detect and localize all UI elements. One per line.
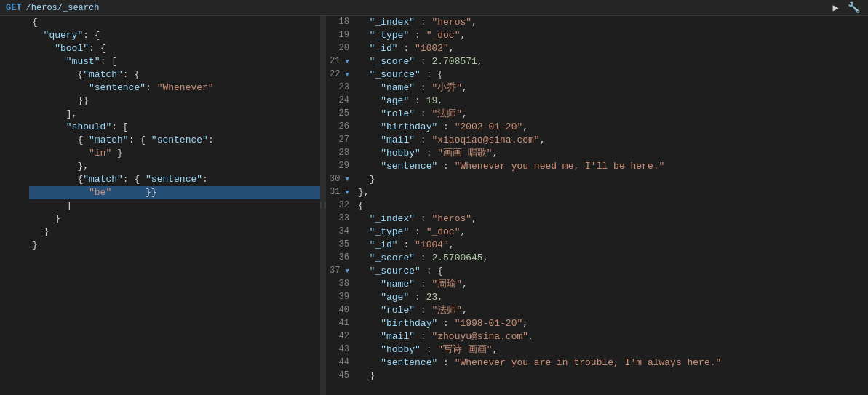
result-line: 45 } — [326, 370, 868, 383]
result-line: 37 ▼ "_source" : { — [326, 265, 868, 278]
result-line: 39 "age" : 23, — [326, 291, 868, 304]
code-line: ], — [0, 108, 320, 121]
result-line: 38 "name" : "周瑜", — [326, 278, 868, 291]
code-line: ] — [0, 199, 320, 212]
code-line: { "match": { "sentence": — [0, 134, 320, 147]
result-line: 44 "sentence" : "Whenever you are in tro… — [326, 356, 868, 370]
toolbar-icons: ▶ 🔧 — [831, 0, 862, 15]
results-panel[interactable]: 18 "_index" : "heros", 19 "_type" : "_do… — [326, 16, 868, 395]
result-line: 35 "_id" : "1004", — [326, 239, 868, 252]
code-line: {"match": { — [0, 68, 320, 81]
code-line: }, — [0, 160, 320, 173]
code-line: "be" }} — [0, 186, 320, 199]
tools-button[interactable]: 🔧 — [845, 0, 862, 15]
panel-divider[interactable]: || — [320, 16, 326, 395]
run-button[interactable]: ▶ — [831, 0, 841, 15]
result-line: 33 "_index" : "heros", — [326, 212, 868, 226]
result-line: 43 "hobby" : "写诗 画画", — [326, 343, 868, 356]
result-line: 41 "birthday" : "1998-01-20", — [326, 317, 868, 330]
result-line: 31 ▼ }, — [326, 186, 868, 199]
result-line: 22 ▼ "_source" : { — [326, 68, 868, 81]
result-line: 29 "sentence" : "Whenever you need me, I… — [326, 160, 868, 173]
result-line: 30 ▼ } — [326, 173, 868, 186]
request-path: /heros/_search — [26, 3, 831, 13]
result-line: 19 "_type" : "_doc", — [326, 29, 868, 42]
result-line: 21 ▼ "_score" : 2.708571, — [326, 55, 868, 68]
code-line: "in" } — [0, 147, 320, 160]
result-line: 42 "mail" : "zhouyu@sina.com", — [326, 330, 868, 343]
result-line: 34 "_type" : "_doc", — [326, 226, 868, 239]
code-line: } — [0, 226, 320, 239]
result-line: 26 "birthday" : "2002-01-20", — [326, 121, 868, 134]
query-code: { "query": { "bool": { "must": [ {"match… — [0, 16, 320, 252]
code-line: } — [0, 212, 320, 226]
code-line: "bool": { — [0, 42, 320, 55]
http-method: GET — [6, 3, 22, 13]
result-line: 25 "role" : "法师", — [326, 108, 868, 121]
code-line: "should": [ — [0, 121, 320, 134]
query-editor[interactable]: { "query": { "bool": { "must": [ {"match… — [0, 16, 320, 395]
code-line: }} — [0, 95, 320, 108]
code-line: } — [0, 239, 320, 252]
result-line: 36 "_score" : 2.5700645, — [326, 252, 868, 265]
result-line: 28 "hobby" : "画画 唱歌", — [326, 147, 868, 160]
result-line: 18 "_index" : "heros", — [326, 16, 868, 29]
main-content: { "query": { "bool": { "must": [ {"match… — [0, 16, 868, 395]
code-line: "query": { — [0, 29, 320, 42]
result-line: 32 { — [326, 199, 868, 212]
top-bar: GET /heros/_search ▶ 🔧 — [0, 0, 868, 16]
code-line: "sentence": "Whenever" — [0, 81, 320, 95]
results-code: 18 "_index" : "heros", 19 "_type" : "_do… — [326, 16, 868, 383]
result-line: 27 "mail" : "xiaoqiao@sina.com", — [326, 134, 868, 147]
result-line: 24 "age" : 19, — [326, 95, 868, 108]
result-line: 40 "role" : "法师", — [326, 304, 868, 317]
code-line: { — [0, 16, 320, 29]
result-line: 20 "_id" : "1002", — [326, 42, 868, 55]
code-line: {"match": { "sentence": — [0, 173, 320, 186]
code-line: "must": [ — [0, 55, 320, 68]
result-line: 23 "name" : "小乔", — [326, 81, 868, 95]
